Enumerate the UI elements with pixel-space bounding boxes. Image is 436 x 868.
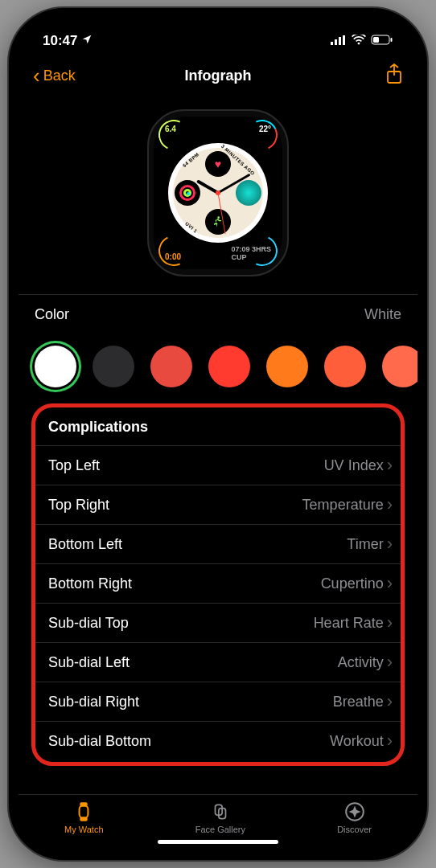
tab-label: Face Gallery	[195, 825, 245, 834]
svg-rect-5	[373, 37, 379, 43]
complication-row[interactable]: Sub-dial TopHeart Rate›	[35, 603, 401, 642]
corner-br-value: 07:09 3HRSCUP	[231, 245, 271, 261]
my-watch-icon	[73, 801, 94, 822]
complication-row[interactable]: Sub-dial LeftActivity›	[35, 642, 401, 682]
complication-value: Cupertino	[321, 575, 384, 592]
color-swatch[interactable]	[150, 346, 192, 387]
notch	[134, 8, 302, 34]
phone-frame: 10:47 ‹ Back Inf	[9, 8, 427, 860]
complication-row[interactable]: Sub-dial RightBreathe›	[35, 682, 401, 721]
color-label: Color	[35, 306, 69, 323]
page-title: Infograph	[185, 68, 252, 84]
svg-rect-2	[339, 37, 341, 45]
svg-rect-9	[80, 805, 88, 817]
corner-arc	[243, 116, 282, 155]
home-indicator[interactable]	[158, 840, 278, 844]
complication-label: Top Right	[48, 497, 109, 514]
chevron-right-icon: ›	[387, 732, 393, 750]
complication-value: Heart Rate	[314, 615, 384, 632]
corner-arc	[154, 231, 194, 271]
subdial-right-breathe-icon	[236, 180, 261, 206]
color-swatch[interactable]	[324, 346, 366, 387]
corner-tl-value: 6.4	[165, 125, 176, 133]
complication-label: Sub-dial Bottom	[48, 733, 151, 750]
chevron-right-icon: ›	[387, 653, 393, 671]
svg-rect-3	[343, 35, 345, 45]
tab-face-gallery[interactable]: Face Gallery	[195, 801, 245, 834]
wifi-icon	[352, 33, 366, 49]
color-swatch[interactable]	[93, 346, 134, 387]
chevron-left-icon: ‹	[33, 65, 40, 86]
subdial-bottom-workout-icon	[205, 209, 231, 235]
color-swatch[interactable]	[35, 346, 76, 387]
color-swatch[interactable]	[208, 346, 250, 387]
chevron-right-icon: ›	[387, 693, 393, 710]
corner-tr-value: 22°	[259, 125, 271, 133]
cellular-icon	[331, 33, 347, 49]
complication-value: Breathe	[333, 694, 384, 710]
svg-rect-6	[391, 38, 393, 42]
complication-value: Temperature	[302, 497, 384, 514]
complication-label: Bottom Right	[48, 575, 132, 592]
complication-value: Timer	[347, 536, 383, 553]
corner-bl-value: 0:00	[165, 252, 181, 261]
watch-face: 6.4 22° 0:00 07:09 3HRSCUP 64 BPM 3 MINU…	[154, 117, 282, 269]
complications-section: Complications Top LeftUV Index›Top Right…	[31, 403, 405, 766]
tab-label: My Watch	[64, 825, 104, 834]
complications-header: Complications	[35, 409, 401, 445]
chevron-right-icon: ›	[387, 575, 393, 592]
tab-my-watch[interactable]: My Watch	[64, 801, 104, 834]
color-swatch[interactable]	[382, 346, 417, 387]
battery-icon	[371, 33, 393, 49]
svg-point-8	[217, 216, 220, 219]
color-swatch[interactable]	[266, 346, 308, 387]
subdial-left-activity-icon	[175, 180, 200, 206]
chevron-right-icon: ›	[387, 614, 393, 632]
complication-value: Workout	[330, 733, 384, 750]
status-time: 10:47	[43, 33, 77, 49]
tab-label: Discover	[337, 825, 372, 834]
complication-label: Bottom Left	[48, 536, 122, 553]
nav-bar: ‹ Back Infograph	[19, 56, 417, 95]
hand-center	[216, 190, 220, 195]
complication-label: Sub-dial Top	[48, 615, 129, 632]
svg-rect-1	[335, 39, 337, 45]
complication-row[interactable]: Sub-dial BottomWorkout›	[35, 721, 401, 760]
watch-case: 6.4 22° 0:00 07:09 3HRSCUP 64 BPM 3 MINU…	[147, 109, 289, 276]
back-label: Back	[43, 68, 76, 84]
complication-row[interactable]: Top RightTemperature›	[35, 485, 401, 524]
subdial-top-heart-icon: ♥	[205, 151, 231, 177]
complication-value: UV Index	[324, 457, 384, 474]
color-swatches	[19, 334, 417, 399]
corner-arc	[154, 116, 194, 155]
complication-value: Activity	[338, 654, 384, 671]
chevron-right-icon: ›	[387, 457, 393, 474]
share-button[interactable]	[385, 63, 403, 88]
svg-rect-10	[81, 803, 88, 805]
location-icon	[81, 33, 93, 49]
complication-label: Sub-dial Right	[48, 694, 139, 710]
color-value: White	[364, 306, 401, 323]
screen: 10:47 ‹ Back Inf	[19, 18, 417, 850]
tab-discover[interactable]: Discover	[337, 801, 372, 834]
watch-preview[interactable]: 6.4 22° 0:00 07:09 3HRSCUP 64 BPM 3 MINU…	[19, 95, 417, 294]
complication-label: Top Left	[48, 457, 100, 474]
svg-rect-0	[331, 42, 333, 45]
complication-row[interactable]: Bottom RightCupertino›	[35, 563, 401, 603]
discover-icon	[344, 801, 365, 822]
content: 6.4 22° 0:00 07:09 3HRSCUP 64 BPM 3 MINU…	[19, 95, 417, 794]
dial: 64 BPM 3 MINUTES AGO UVI 1 ♥	[168, 143, 268, 243]
complication-row[interactable]: Top LeftUV Index›	[35, 445, 401, 485]
chevron-right-icon: ›	[387, 496, 393, 514]
complication-row[interactable]: Bottom LeftTimer›	[35, 524, 401, 563]
back-button[interactable]: ‹ Back	[33, 65, 76, 86]
face-gallery-icon	[210, 801, 231, 822]
chevron-right-icon: ›	[387, 535, 393, 553]
complication-label: Sub-dial Left	[48, 654, 130, 671]
svg-rect-11	[81, 818, 88, 821]
color-row[interactable]: Color White	[19, 294, 417, 334]
